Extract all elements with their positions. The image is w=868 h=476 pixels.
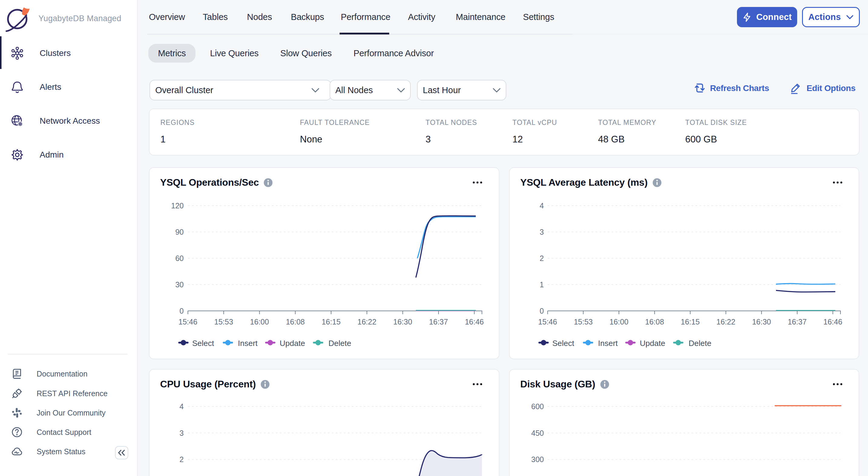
svg-text:15:46: 15:46 <box>538 317 557 326</box>
svg-text:16:00: 16:00 <box>250 317 269 326</box>
svg-text:4: 4 <box>180 402 184 411</box>
svg-text:16:08: 16:08 <box>286 317 305 326</box>
svg-text:600: 600 <box>531 402 544 411</box>
svg-text:0: 0 <box>180 307 184 315</box>
svg-text:15:46: 15:46 <box>179 317 198 326</box>
svg-text:3: 3 <box>539 228 544 236</box>
svg-text:16:30: 16:30 <box>393 317 412 326</box>
svg-text:16:00: 16:00 <box>610 317 629 326</box>
svg-text:16:46: 16:46 <box>465 317 484 326</box>
svg-text:16:15: 16:15 <box>322 317 341 326</box>
svg-text:15:53: 15:53 <box>214 317 234 326</box>
svg-text:15:53: 15:53 <box>574 317 593 326</box>
svg-text:16:46: 16:46 <box>824 317 843 326</box>
svg-text:300: 300 <box>531 455 544 464</box>
svg-text:2: 2 <box>539 254 544 263</box>
svg-text:16:22: 16:22 <box>716 317 736 326</box>
svg-text:16:15: 16:15 <box>681 317 700 326</box>
svg-text:3: 3 <box>180 429 184 437</box>
svg-text:90: 90 <box>175 228 184 236</box>
svg-text:30: 30 <box>175 280 184 289</box>
svg-text:4: 4 <box>539 201 544 210</box>
svg-text:0: 0 <box>539 307 544 315</box>
svg-text:16:37: 16:37 <box>788 317 807 326</box>
svg-text:16:30: 16:30 <box>752 317 771 326</box>
svg-text:16:37: 16:37 <box>429 317 448 326</box>
svg-text:16:22: 16:22 <box>358 317 376 326</box>
svg-text:450: 450 <box>531 429 544 437</box>
svg-text:1: 1 <box>539 280 544 289</box>
svg-text:60: 60 <box>175 254 184 263</box>
svg-text:16:08: 16:08 <box>645 317 664 326</box>
svg-text:120: 120 <box>171 201 184 210</box>
svg-text:2: 2 <box>180 455 184 464</box>
